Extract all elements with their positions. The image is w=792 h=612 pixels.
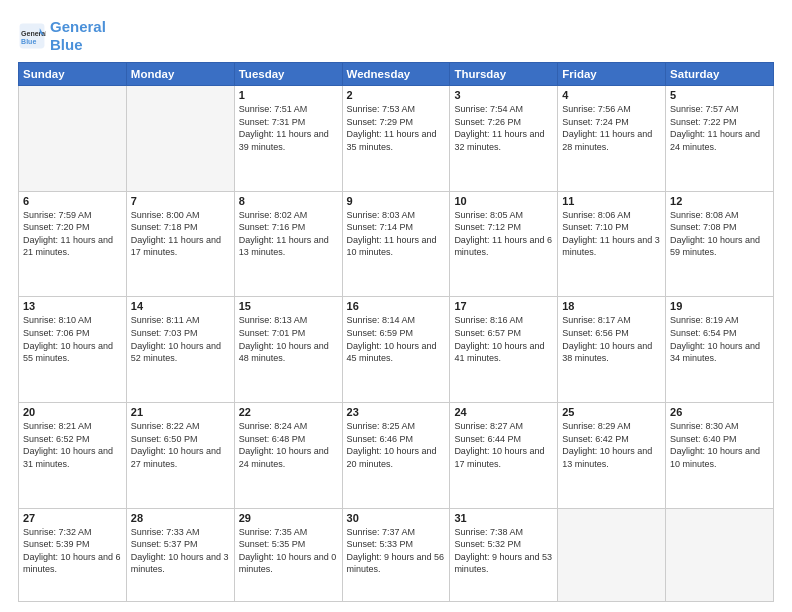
day-info: Sunrise: 7:56 AM Sunset: 7:24 PM Dayligh… (562, 103, 661, 153)
day-info: Sunrise: 7:57 AM Sunset: 7:22 PM Dayligh… (670, 103, 769, 153)
day-number: 29 (239, 512, 338, 524)
header: General Blue General Blue (18, 18, 774, 54)
day-info: Sunrise: 8:25 AM Sunset: 6:46 PM Dayligh… (347, 420, 446, 470)
day-info: Sunrise: 7:54 AM Sunset: 7:26 PM Dayligh… (454, 103, 553, 153)
day-number: 6 (23, 195, 122, 207)
day-info: Sunrise: 8:27 AM Sunset: 6:44 PM Dayligh… (454, 420, 553, 470)
day-info: Sunrise: 8:02 AM Sunset: 7:16 PM Dayligh… (239, 209, 338, 259)
day-info: Sunrise: 7:35 AM Sunset: 5:35 PM Dayligh… (239, 526, 338, 576)
calendar-cell: 17Sunrise: 8:16 AM Sunset: 6:57 PM Dayli… (450, 297, 558, 403)
day-number: 7 (131, 195, 230, 207)
day-info: Sunrise: 8:08 AM Sunset: 7:08 PM Dayligh… (670, 209, 769, 259)
calendar-cell: 6Sunrise: 7:59 AM Sunset: 7:20 PM Daylig… (19, 191, 127, 297)
logo-wordmark: General Blue (50, 18, 106, 54)
day-info: Sunrise: 8:06 AM Sunset: 7:10 PM Dayligh… (562, 209, 661, 259)
calendar-cell: 18Sunrise: 8:17 AM Sunset: 6:56 PM Dayli… (558, 297, 666, 403)
day-number: 28 (131, 512, 230, 524)
calendar-cell: 22Sunrise: 8:24 AM Sunset: 6:48 PM Dayli… (234, 403, 342, 509)
day-info: Sunrise: 7:33 AM Sunset: 5:37 PM Dayligh… (131, 526, 230, 576)
day-info: Sunrise: 8:05 AM Sunset: 7:12 PM Dayligh… (454, 209, 553, 259)
day-info: Sunrise: 7:32 AM Sunset: 5:39 PM Dayligh… (23, 526, 122, 576)
day-number: 26 (670, 406, 769, 418)
calendar-cell: 19Sunrise: 8:19 AM Sunset: 6:54 PM Dayli… (666, 297, 774, 403)
day-number: 21 (131, 406, 230, 418)
day-info: Sunrise: 8:22 AM Sunset: 6:50 PM Dayligh… (131, 420, 230, 470)
day-info: Sunrise: 8:19 AM Sunset: 6:54 PM Dayligh… (670, 314, 769, 364)
weekday-header-thursday: Thursday (450, 63, 558, 86)
calendar-cell: 16Sunrise: 8:14 AM Sunset: 6:59 PM Dayli… (342, 297, 450, 403)
calendar-cell: 4Sunrise: 7:56 AM Sunset: 7:24 PM Daylig… (558, 86, 666, 192)
calendar-cell (126, 86, 234, 192)
day-number: 27 (23, 512, 122, 524)
week-row-2: 6Sunrise: 7:59 AM Sunset: 7:20 PM Daylig… (19, 191, 774, 297)
week-row-4: 20Sunrise: 8:21 AM Sunset: 6:52 PM Dayli… (19, 403, 774, 509)
day-info: Sunrise: 8:16 AM Sunset: 6:57 PM Dayligh… (454, 314, 553, 364)
day-info: Sunrise: 8:17 AM Sunset: 6:56 PM Dayligh… (562, 314, 661, 364)
calendar-cell (19, 86, 127, 192)
weekday-header-row: SundayMondayTuesdayWednesdayThursdayFrid… (19, 63, 774, 86)
calendar-cell: 5Sunrise: 7:57 AM Sunset: 7:22 PM Daylig… (666, 86, 774, 192)
calendar-cell: 23Sunrise: 8:25 AM Sunset: 6:46 PM Dayli… (342, 403, 450, 509)
day-number: 20 (23, 406, 122, 418)
day-number: 12 (670, 195, 769, 207)
day-info: Sunrise: 8:30 AM Sunset: 6:40 PM Dayligh… (670, 420, 769, 470)
day-number: 11 (562, 195, 661, 207)
day-number: 30 (347, 512, 446, 524)
weekday-header-tuesday: Tuesday (234, 63, 342, 86)
week-row-5: 27Sunrise: 7:32 AM Sunset: 5:39 PM Dayli… (19, 508, 774, 601)
calendar-cell: 24Sunrise: 8:27 AM Sunset: 6:44 PM Dayli… (450, 403, 558, 509)
calendar-cell: 1Sunrise: 7:51 AM Sunset: 7:31 PM Daylig… (234, 86, 342, 192)
calendar-cell: 20Sunrise: 8:21 AM Sunset: 6:52 PM Dayli… (19, 403, 127, 509)
day-number: 19 (670, 300, 769, 312)
day-info: Sunrise: 8:11 AM Sunset: 7:03 PM Dayligh… (131, 314, 230, 364)
day-info: Sunrise: 8:13 AM Sunset: 7:01 PM Dayligh… (239, 314, 338, 364)
day-number: 1 (239, 89, 338, 101)
day-info: Sunrise: 7:37 AM Sunset: 5:33 PM Dayligh… (347, 526, 446, 576)
week-row-1: 1Sunrise: 7:51 AM Sunset: 7:31 PM Daylig… (19, 86, 774, 192)
calendar-cell: 28Sunrise: 7:33 AM Sunset: 5:37 PM Dayli… (126, 508, 234, 601)
week-row-3: 13Sunrise: 8:10 AM Sunset: 7:06 PM Dayli… (19, 297, 774, 403)
day-info: Sunrise: 7:59 AM Sunset: 7:20 PM Dayligh… (23, 209, 122, 259)
calendar-cell: 26Sunrise: 8:30 AM Sunset: 6:40 PM Dayli… (666, 403, 774, 509)
day-number: 13 (23, 300, 122, 312)
calendar-cell: 14Sunrise: 8:11 AM Sunset: 7:03 PM Dayli… (126, 297, 234, 403)
calendar-cell: 27Sunrise: 7:32 AM Sunset: 5:39 PM Dayli… (19, 508, 127, 601)
calendar-cell: 7Sunrise: 8:00 AM Sunset: 7:18 PM Daylig… (126, 191, 234, 297)
calendar-cell: 29Sunrise: 7:35 AM Sunset: 5:35 PM Dayli… (234, 508, 342, 601)
logo-icon: General Blue (18, 22, 46, 50)
day-number: 16 (347, 300, 446, 312)
logo: General Blue General Blue (18, 18, 106, 54)
day-number: 8 (239, 195, 338, 207)
day-number: 10 (454, 195, 553, 207)
weekday-header-monday: Monday (126, 63, 234, 86)
weekday-header-sunday: Sunday (19, 63, 127, 86)
day-number: 24 (454, 406, 553, 418)
day-info: Sunrise: 7:51 AM Sunset: 7:31 PM Dayligh… (239, 103, 338, 153)
calendar-table: SundayMondayTuesdayWednesdayThursdayFrid… (18, 62, 774, 602)
day-info: Sunrise: 8:14 AM Sunset: 6:59 PM Dayligh… (347, 314, 446, 364)
calendar-cell: 21Sunrise: 8:22 AM Sunset: 6:50 PM Dayli… (126, 403, 234, 509)
calendar-cell: 12Sunrise: 8:08 AM Sunset: 7:08 PM Dayli… (666, 191, 774, 297)
day-number: 31 (454, 512, 553, 524)
day-number: 15 (239, 300, 338, 312)
day-info: Sunrise: 8:29 AM Sunset: 6:42 PM Dayligh… (562, 420, 661, 470)
day-number: 14 (131, 300, 230, 312)
day-number: 3 (454, 89, 553, 101)
day-number: 25 (562, 406, 661, 418)
day-number: 23 (347, 406, 446, 418)
day-number: 18 (562, 300, 661, 312)
day-number: 4 (562, 89, 661, 101)
day-number: 9 (347, 195, 446, 207)
day-info: Sunrise: 7:38 AM Sunset: 5:32 PM Dayligh… (454, 526, 553, 576)
weekday-header-wednesday: Wednesday (342, 63, 450, 86)
calendar-cell: 10Sunrise: 8:05 AM Sunset: 7:12 PM Dayli… (450, 191, 558, 297)
weekday-header-saturday: Saturday (666, 63, 774, 86)
day-info: Sunrise: 8:10 AM Sunset: 7:06 PM Dayligh… (23, 314, 122, 364)
calendar-cell: 13Sunrise: 8:10 AM Sunset: 7:06 PM Dayli… (19, 297, 127, 403)
calendar-cell: 25Sunrise: 8:29 AM Sunset: 6:42 PM Dayli… (558, 403, 666, 509)
weekday-header-friday: Friday (558, 63, 666, 86)
calendar-cell: 11Sunrise: 8:06 AM Sunset: 7:10 PM Dayli… (558, 191, 666, 297)
day-info: Sunrise: 7:53 AM Sunset: 7:29 PM Dayligh… (347, 103, 446, 153)
calendar-cell: 2Sunrise: 7:53 AM Sunset: 7:29 PM Daylig… (342, 86, 450, 192)
calendar-cell (558, 508, 666, 601)
